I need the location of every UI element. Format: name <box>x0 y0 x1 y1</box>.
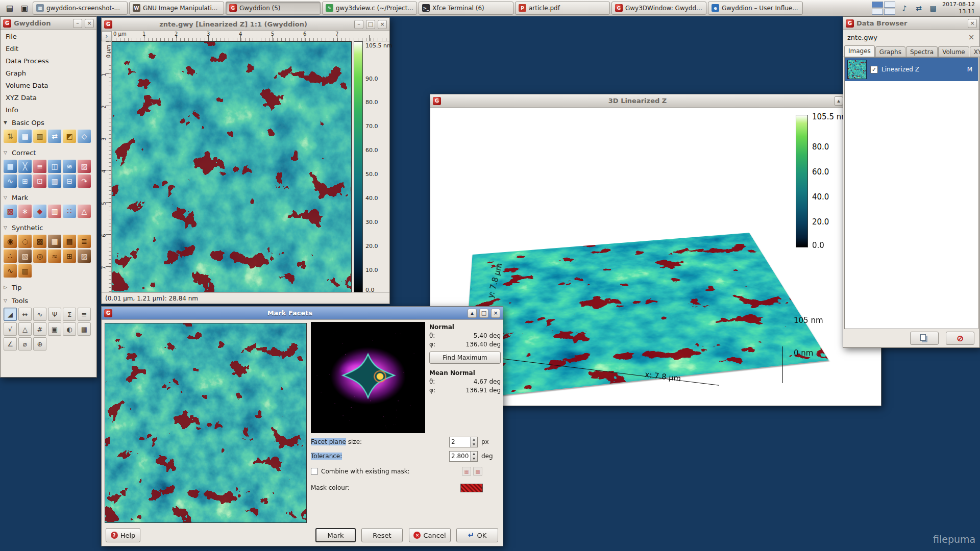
tool-icon-mark-outliers[interactable]: ∷ <box>63 205 76 218</box>
afm-image-view[interactable] <box>112 41 352 292</box>
volume-icon[interactable]: ♪ <box>899 3 910 13</box>
close-icon[interactable]: × <box>968 19 977 28</box>
taskbar-window-browser[interactable]: eGwyddion – User Influe... <box>708 2 803 15</box>
expander-mark[interactable]: ▽ Mark <box>1 191 96 204</box>
spin-down-icon[interactable]: ▼ <box>471 442 477 447</box>
mask-colour-swatch[interactable] <box>460 484 483 492</box>
tool-icon-drift-correct[interactable]: ↷ <box>78 174 91 188</box>
tool-icon-polynomial-bg[interactable]: ≋ <box>63 160 76 173</box>
tool-icon-leveling[interactable]: ▦ <box>4 160 17 173</box>
expander-tip[interactable]: ▷ Tip <box>1 281 96 294</box>
tolerance-spinbox[interactable]: 2.800 ▲ ▼ <box>449 451 478 462</box>
menu-file[interactable]: File <box>1 30 96 42</box>
mask-union-button[interactable]: ▦ <box>462 467 471 476</box>
mask-intersect-button[interactable]: ▩ <box>473 467 482 476</box>
window-menu-button[interactable]: › <box>102 31 112 41</box>
3d-window-titlebar[interactable]: G 3D Linearized Z ▴ – □ × <box>430 94 881 108</box>
tool-icon-median-bg[interactable]: ▨ <box>78 160 91 173</box>
close-icon[interactable]: × <box>378 20 387 29</box>
find-maximum-button[interactable]: Find Maximum <box>429 352 501 364</box>
facets-preview-image[interactable] <box>105 323 307 523</box>
tool-icon-mask-edit[interactable]: ▣ <box>48 322 61 336</box>
tool-icon-value-range[interactable]: ▤ <box>18 130 32 143</box>
delete-button[interactable]: ⊘ <box>946 332 974 345</box>
facet-orientation-view[interactable] <box>311 322 425 433</box>
duplicate-button[interactable] <box>910 332 939 345</box>
tool-icon-fibres[interactable]: ∿ <box>4 264 17 278</box>
list-item-linearized-z[interactable]: ✓ Linearized Z M <box>845 58 978 81</box>
menu-edit[interactable]: Edit <box>1 42 96 55</box>
menu-graph[interactable]: Graph <box>1 67 96 79</box>
tool-icon-scale[interactable]: ⇅ <box>4 130 17 143</box>
ok-button[interactable]: ↵ OK <box>456 528 498 542</box>
spin-down-icon[interactable]: ▼ <box>471 456 477 461</box>
color-gradient-bar[interactable] <box>354 41 363 292</box>
data-window-titlebar[interactable]: G znte.gwy [Linearized Z] 1:1 (Gwyddion)… <box>102 18 389 31</box>
tolerance-value[interactable]: 2.800 <box>450 452 470 461</box>
menu-volume-data[interactable]: Volume Data <box>1 79 96 91</box>
tool-icon-grid[interactable]: ⊞ <box>63 249 76 263</box>
taskbar-window-editor[interactable]: ✎gwy3dview.c (~/Project... <box>322 2 417 15</box>
mark-button[interactable]: Mark <box>315 528 356 542</box>
tool-icon-particles[interactable]: ∴ <box>4 249 17 263</box>
tab-volume[interactable]: Volume <box>938 46 969 57</box>
tool-icon-facet-measurement[interactable]: ◢ <box>4 308 17 321</box>
tool-icon-facet-level[interactable]: ◇ <box>78 130 91 143</box>
tool-icon-distance[interactable]: ↔ <box>18 308 32 321</box>
tool-icon-spectral[interactable]: ◉ <box>4 235 17 248</box>
clock[interactable]: 2017-08-12 13:11 <box>942 1 977 15</box>
tool-icon-columnar[interactable]: ▤ <box>63 235 76 248</box>
shade-icon[interactable]: ▴ <box>834 96 843 106</box>
data-browser-titlebar[interactable]: G Data Browser × <box>843 17 979 30</box>
tab-xyz[interactable]: XYZ <box>970 46 980 57</box>
tab-images[interactable]: Images <box>844 45 875 57</box>
tool-icon-roughness[interactable]: √ <box>4 322 17 336</box>
network-icon[interactable]: ⇄ <box>914 3 924 13</box>
taskbar-window-screenshot[interactable]: ▦gwyddion-screenshot-... <box>33 2 128 15</box>
taskbar-window-gwy3d[interactable]: GGwy3DWindow: Gwyddi... <box>611 2 706 15</box>
clipboard-icon[interactable]: ▤ <box>928 3 938 13</box>
tool-icon-statistics[interactable]: Σ <box>63 308 76 321</box>
tool-icon-mark-facets[interactable]: △ <box>78 205 91 218</box>
toolbox-titlebar[interactable]: G Gwyddion – × <box>1 17 96 30</box>
tool-icon-domains[interactable]: ◎ <box>33 249 46 263</box>
tool-icon-grain-remove[interactable]: ◆ <box>33 205 46 218</box>
tool-icon-mask-editor[interactable]: ▩ <box>4 205 17 218</box>
menu-xyz-data[interactable]: XYZ Data <box>1 91 96 104</box>
tool-icon-unrotate[interactable]: ◫ <box>48 160 61 173</box>
spin-up-icon[interactable]: ▲ <box>471 452 477 457</box>
visibility-checkbox[interactable]: ✓ <box>870 66 878 73</box>
minimize-icon[interactable]: – <box>73 19 82 28</box>
mark-facets-titlebar[interactable]: G Mark Facets ▴ □ × <box>102 307 503 320</box>
help-button[interactable]: ? Help <box>106 528 140 542</box>
combine-mask-checkbox[interactable] <box>311 468 318 475</box>
show-desktop-icon[interactable]: ▣ <box>18 2 31 15</box>
tool-icon-crop[interactable]: # <box>33 322 46 336</box>
current-file-name[interactable]: znte.gwy <box>845 34 963 41</box>
tool-icon-line-noise[interactable]: ≣ <box>78 235 91 248</box>
taskbar-window-gwyddion[interactable]: GGwyddion (5) <box>226 2 321 15</box>
reset-button[interactable]: Reset <box>361 528 403 542</box>
workspace-3[interactable] <box>872 9 883 15</box>
taskbar-window-terminal[interactable]: >_Xfce Terminal (6) <box>419 2 513 15</box>
shade-icon[interactable]: ▴ <box>468 309 477 318</box>
workspace-1[interactable] <box>872 2 883 8</box>
tool-icon-remove-spots[interactable]: ⊡ <box>33 174 46 188</box>
minimize-icon[interactable]: – <box>354 20 363 29</box>
close-icon[interactable]: × <box>85 19 94 28</box>
tool-icon-remove-scars[interactable]: ╳ <box>18 160 32 173</box>
workspace-2[interactable] <box>884 2 895 8</box>
tool-icon-checker[interactable]: ▩ <box>33 235 46 248</box>
workspace-4[interactable] <box>884 9 895 15</box>
tool-icon-mask-morph[interactable]: ▥ <box>48 205 61 218</box>
tab-spectra[interactable]: Spectra <box>906 46 938 57</box>
tool-icon-three-point-level[interactable]: △ <box>18 322 32 336</box>
tool-icon-level-rotate[interactable]: ∠ <box>4 337 17 350</box>
tool-icon-grain-measure[interactable]: ⌀ <box>18 337 32 350</box>
tool-icon-lattice[interactable]: ▧ <box>18 249 32 263</box>
tool-icon-crop[interactable]: ⇄ <box>48 130 61 143</box>
expander-tools[interactable]: ▽ Tools <box>1 294 96 307</box>
tool-icon-row-stats[interactable]: ≡ <box>78 308 91 321</box>
maximize-icon[interactable]: □ <box>366 20 375 29</box>
tool-icon-mark-grains[interactable]: ∗ <box>18 205 32 218</box>
